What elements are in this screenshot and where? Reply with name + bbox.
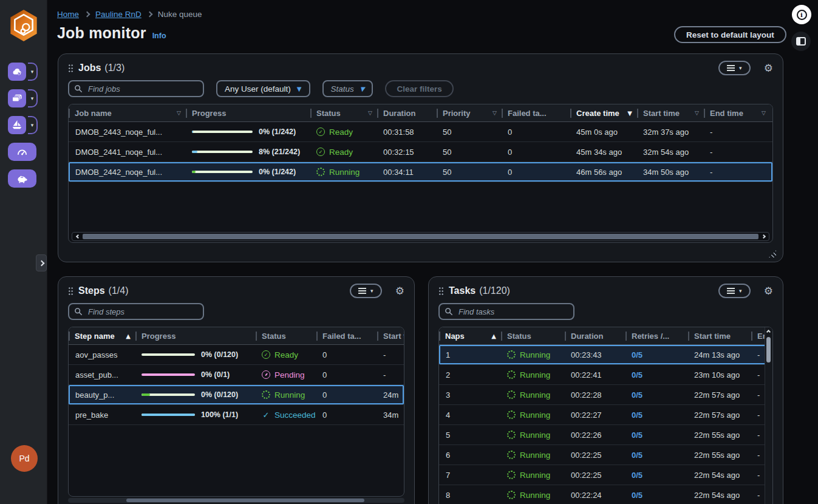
tasks-actions-menu-button[interactable]: ▾ [718, 284, 751, 298]
column-header[interactable]: Status [256, 327, 316, 344]
step-status: Pending [256, 370, 316, 380]
task-retries: 0/5 [625, 431, 688, 440]
find-steps-input[interactable] [68, 303, 204, 320]
queues-dropdown-toggle[interactable]: ▾ [28, 89, 38, 107]
queues-stack-icon[interactable] [8, 89, 26, 107]
tasks-settings-gear-icon[interactable]: ⚙ [764, 286, 773, 296]
scrollbar-thumb[interactable] [126, 499, 364, 502]
status-icon [316, 128, 325, 136]
task-nap: 2 [439, 370, 501, 380]
task-row[interactable]: 5 Running 00:22:26 0/5 22m 55s ago - [439, 425, 772, 445]
find-tasks-input[interactable] [438, 303, 574, 320]
jobs-settings-gear-icon[interactable]: ⚙ [764, 63, 773, 73]
step-row[interactable]: asset_pub... 0% (0/1) Pending 0 - [69, 365, 404, 385]
column-header[interactable]: Retries /... [625, 327, 688, 344]
step-row[interactable]: beauty_p... 0% (0/120) Running 0 24m [69, 385, 404, 405]
task-row[interactable]: 3 Running 00:22:28 0/5 22m 57s ago - [439, 385, 772, 405]
usage-gauge-icon[interactable] [8, 143, 36, 161]
jobs-actions-menu-button[interactable]: ▾ [718, 61, 751, 75]
column-header[interactable]: Start time [688, 327, 751, 344]
task-row[interactable]: 2 Running 00:22:41 0/5 23m 10s ago - [439, 365, 772, 385]
job-end-time: - [704, 168, 771, 177]
task-row[interactable]: 7 Running 00:22:25 0/5 22m 54s ago - [439, 465, 772, 485]
breadcrumb-farm[interactable]: Pauline RnD [95, 10, 141, 19]
task-row[interactable]: 6 Running 00:22:25 0/5 22m 55s ago - [439, 445, 772, 465]
job-start-time: 32m 54s ago [637, 148, 704, 157]
column-header[interactable]: Progress [186, 104, 310, 121]
help-info-button[interactable]: i [792, 5, 811, 24]
column-header[interactable]: Duration [565, 327, 625, 344]
column-header[interactable]: Priority ▽ [437, 104, 502, 121]
scrollbar-thumb[interactable] [766, 337, 771, 363]
job-row[interactable]: DMOB_2442_noqe_ful... 0% (1/242) Running… [69, 162, 772, 182]
panel-resize-handle[interactable] [769, 250, 776, 257]
column-header[interactable]: Failed ta... [502, 104, 570, 121]
steps-settings-gear-icon[interactable]: ⚙ [395, 286, 404, 296]
column-header[interactable]: Duration [377, 104, 437, 121]
job-row[interactable]: DMOB_2443_noqe_ful... 0% (1/242) Ready 0… [69, 122, 772, 142]
budgets-piggy-bank-icon[interactable] [8, 169, 36, 188]
drag-handle-icon[interactable] [68, 64, 73, 73]
reset-layout-button[interactable]: Reset to default layout [674, 26, 786, 43]
farm-dropdown-toggle[interactable]: ▾ [28, 63, 38, 81]
steps-actions-menu-button[interactable]: ▾ [350, 284, 382, 298]
task-status: Running [501, 431, 565, 440]
column-header[interactable]: Progress [135, 327, 256, 344]
column-header[interactable]: Create time ▼ [570, 104, 637, 121]
scrollbar-thumb[interactable] [83, 234, 758, 239]
sidebar-expand-toggle[interactable] [36, 254, 47, 271]
steps-table-body: aov_passes 0% (0/120) Ready 0 - [69, 345, 404, 425]
column-header[interactable]: End time ▽ [704, 104, 771, 121]
steps-search [68, 303, 204, 320]
column-header[interactable]: Status ▽ [310, 104, 377, 121]
column-header[interactable]: Naps ▲ [439, 327, 501, 344]
task-retries: 0/5 [625, 471, 688, 480]
job-row[interactable]: DMOB_2441_noqe_ful... 8% (21/242) Ready … [69, 142, 772, 162]
scroll-right-arrow[interactable] [760, 235, 766, 238]
task-row[interactable]: 4 Running 00:22:27 0/5 22m 57s ago - [439, 405, 772, 425]
step-row[interactable]: pre_bake 100% (1/1) Succeeded 0 34m [69, 405, 404, 425]
scroll-left-arrow[interactable] [75, 235, 81, 238]
job-progress: 0% (1/242) [186, 168, 310, 176]
column-header[interactable]: Start time [377, 327, 404, 344]
drag-handle-icon[interactable] [68, 287, 73, 296]
user-avatar[interactable]: Pd [11, 445, 38, 472]
vertical-scrollbar[interactable] [765, 327, 772, 504]
task-row[interactable]: 8 Running 00:22:24 0/5 22m 54s ago - [439, 485, 772, 504]
fleets-sailboat-icon[interactable] [8, 116, 26, 134]
step-name: asset_pub... [69, 370, 135, 380]
step-status: Ready [256, 350, 316, 359]
column-header[interactable]: Status [501, 327, 565, 344]
horizontal-scrollbar[interactable] [72, 232, 769, 241]
progress-bar [192, 171, 253, 173]
farm-cloud-icon[interactable] [8, 63, 26, 81]
step-row[interactable]: aov_passes 0% (0/120) Ready 0 - [69, 345, 404, 365]
column-header[interactable]: Step name ▲ [69, 327, 135, 344]
column-header[interactable]: Start time ▽ [637, 104, 704, 121]
breadcrumb-home[interactable]: Home [57, 10, 79, 19]
deadline-cloud-logo-icon[interactable] [8, 8, 39, 43]
steps-table-header: Step name ▲ Progress Status Faile [69, 327, 404, 345]
task-retries: 0/5 [625, 350, 688, 359]
task-nap: 5 [439, 431, 501, 440]
column-header[interactable]: Failed ta... [316, 327, 377, 344]
scroll-up-arrow[interactable] [767, 330, 771, 335]
task-row[interactable]: 1 Running 00:23:43 0/5 24m 13s ago - [439, 345, 772, 365]
search-icon [445, 307, 453, 316]
status-filter-dropdown[interactable]: Status▼ [322, 80, 373, 97]
info-link[interactable]: Info [152, 32, 166, 40]
fleets-dropdown-toggle[interactable]: ▾ [28, 116, 38, 134]
job-name: DMOB_2441_noqe_ful... [69, 148, 186, 157]
split-panel-button[interactable] [791, 32, 811, 51]
task-status: Running [501, 491, 565, 500]
hamburger-menu-icon [358, 288, 366, 294]
search-icon [74, 307, 83, 316]
drag-handle-icon[interactable] [438, 287, 444, 296]
user-filter-dropdown[interactable]: Any User (default)▼ [216, 80, 310, 97]
cloud-gear-icon [11, 66, 23, 78]
clear-filters-button[interactable]: Clear filters [385, 80, 453, 97]
horizontal-scrollbar[interactable] [68, 498, 404, 503]
progress-bar [141, 414, 195, 416]
find-jobs-input[interactable] [68, 80, 204, 97]
column-header[interactable]: Job name ▽ [69, 104, 186, 121]
